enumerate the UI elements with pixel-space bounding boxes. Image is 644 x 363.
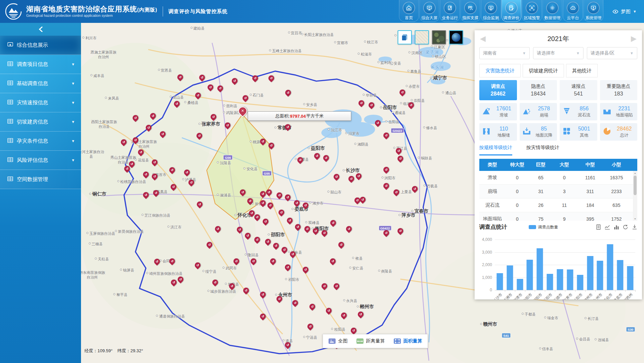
next-year-button[interactable]: ▶ [631,35,637,42]
nav-item-home[interactable]: 首页 [399,0,419,22]
region-select[interactable]: 请选择市▼ [533,47,583,59]
chart-bar[interactable] [537,248,543,290]
x-axis-tick [595,290,596,292]
map-canvas[interactable]: 利川市建始县长阳土家族自治县宜昌市五峰土家族自治县宜都市枝江市荆州市松滋市公安县… [81,23,644,363]
chart-tool-refresh-icon[interactable] [623,224,628,230]
app-title-suffix: (内测版) [137,7,157,12]
fullmap-icon [328,338,336,344]
nav-item-cloud[interactable]: 云平台 [563,0,583,22]
chevron-down-icon: ▼ [71,158,75,162]
chart-bar[interactable] [557,269,563,290]
sidebar-item[interactable]: 调查项目信息▼ [0,55,81,74]
nav-item-monitor[interactable]: 综合监测 [481,0,501,22]
scrollbar-thumb[interactable] [634,176,637,195]
hazard-type-card[interactable]: 2231地面塌陷 [600,103,638,120]
stat-tab[interactable]: 灾害隐患统计 [479,64,521,77]
chart-bar[interactable] [527,260,533,290]
table-row[interactable]: 泥石流02611184635 [479,198,637,212]
distance-button[interactable]: 距离量算 [356,338,385,344]
region-select[interactable]: 湖南省▼ [479,47,530,59]
sidebar-item[interactable]: 灾情速报信息▼ [0,93,81,112]
chart-tool-download-icon[interactable] [632,224,637,230]
hazard-type-card[interactable]: 856泥石流 [560,103,597,120]
stat-tab[interactable]: 其他统计 [566,64,598,77]
nav-item-business[interactable]: 业务运行 [440,0,460,22]
summary-card[interactable]: 调查点28462 [479,80,517,100]
chart-bar[interactable] [587,256,593,290]
hazard-type-card[interactable]: 28462总计 [600,123,638,141]
table-row[interactable]: 滑坡0650116116375 [479,171,637,185]
user-menu[interactable]: 梦图 ▼ [612,8,637,15]
x-axis-tick [585,290,586,292]
hazard-type-card[interactable]: 110地裂缝 [479,123,517,141]
region-select[interactable]: 请选择县/区▼ [587,47,637,59]
chart-bar[interactable] [496,273,503,290]
hazard-type-card[interactable]: 17601滑坡 [479,103,517,120]
fullmap-button[interactable]: 全图 [328,338,348,344]
stat-tabs: 灾害隐患统计切坡建房统计其他统计 [479,64,637,77]
pie-icon [603,127,611,137]
sidebar-item[interactable]: 风险评估信息▼ [0,151,81,170]
table-row[interactable]: 地面塌陷07593951752 [479,212,637,221]
chart-bar[interactable] [567,269,573,290]
sidebar-item[interactable]: 基础调查信息▼ [0,74,81,93]
globe-basemap[interactable] [449,30,463,44]
scroll-up-icon[interactable]: ▲ [633,171,637,175]
nav-item-command[interactable]: 指挥支撑 [460,0,480,22]
chart-bar[interactable] [547,274,553,290]
chart-bar[interactable] [507,265,513,290]
vector-basemap[interactable] [415,30,429,44]
scroll-down-icon[interactable]: ▼ [633,217,637,221]
chart-legend[interactable]: 调查点数量 [529,224,558,230]
stat-subtab[interactable]: 按灾情等级统计 [526,145,559,155]
x-axis-label: 邵阳市 [532,292,544,299]
table-row[interactable]: 崩塌03133112233 [479,185,637,198]
chart-tool-line-icon[interactable] [605,224,610,230]
chart-tool-doc-icon[interactable] [596,224,601,230]
summary-card[interactable]: 重要隐患点183 [600,80,638,100]
nav-item-system[interactable]: 系统管理 [583,0,603,22]
x-axis-tick [625,290,626,292]
sidebar-item[interactable]: 孕灾条件信息▼ [0,132,81,151]
layers-toggle[interactable] [398,30,412,44]
card-label: 重要隐患点 [607,83,630,89]
table-cell: 65 [529,175,553,180]
nav-item-survey[interactable]: 调查评价 [501,0,521,22]
nav-item-bigscreen[interactable]: 综合大屏 [419,0,439,22]
stat-subtab[interactable]: 按规模等级统计 [479,145,512,155]
chart-bar[interactable] [617,260,623,290]
stat-tab[interactable]: 切坡建房统计 [523,64,564,77]
collapse-sidebar-button[interactable] [0,23,81,36]
table-scrollbar[interactable]: ▲ ▼ [633,171,637,221]
chart-tool-bars-icon[interactable] [614,224,619,230]
y-axis-tick: 4,000 [482,237,492,242]
area-measure-tooltip: 总面积: 9797.04平方千米 [248,111,351,121]
x-axis-label: 郴州市 [582,292,594,299]
chart-bar[interactable] [627,266,634,290]
chart-bar[interactable] [517,279,523,290]
summary-cards: 调查点28462隐患点18434速报点541重要隐患点183 [479,80,637,100]
hazard-type-card[interactable]: 2578崩塌 [520,103,557,120]
sidebar-item[interactable]: 切坡建房信息▼ [0,112,81,132]
chart-bar[interactable] [597,261,603,290]
table-icon [7,157,13,164]
chart-bar[interactable] [607,244,613,290]
nav-item-data[interactable]: 数据管理 [542,0,562,22]
hazard-type-card[interactable]: 85地面沉降 [520,123,557,141]
prev-year-button[interactable]: ◀ [480,35,486,42]
system-name: 调查评价与风险管控系统 [168,8,228,15]
hazard-type-card[interactable]: 5001其他 [560,123,597,141]
x-axis-tick [505,290,505,292]
nav-item-region[interactable]: 区域预警 [522,0,542,22]
chart-bar[interactable] [577,275,583,290]
table-cell: 0 [553,175,576,180]
summary-card[interactable]: 速报点541 [560,80,597,100]
satellite-basemap[interactable] [432,30,446,44]
sidebar-item[interactable]: 综合信息展示 [0,36,81,55]
area-button[interactable]: 面积量算 [394,338,422,344]
hazard-type-cards: 17601滑坡2578崩塌856泥石流2231地面塌陷110地裂缝85地面沉降5… [479,103,637,141]
summary-card[interactable]: 隐患点18434 [520,80,557,100]
card-value: 18434 [531,91,546,97]
sidebar-item[interactable]: 空间数据管理 [0,170,81,189]
table-cell: 635 [604,203,629,208]
